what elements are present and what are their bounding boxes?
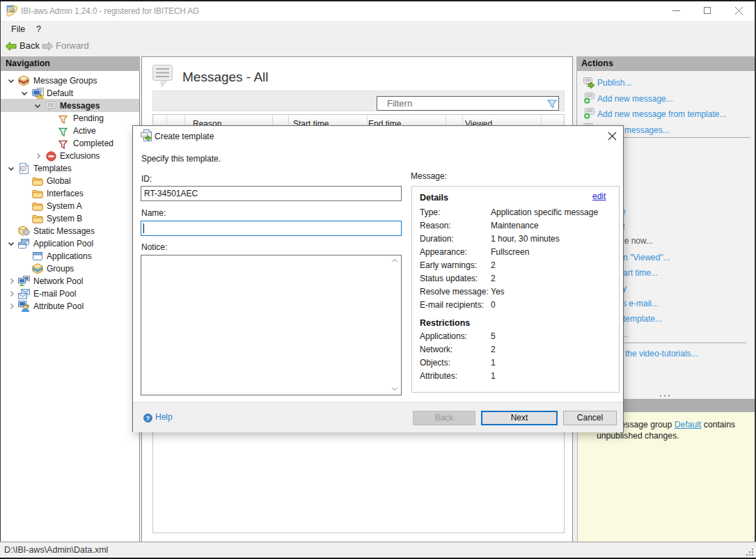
svg-text:?: ? bbox=[146, 414, 150, 422]
